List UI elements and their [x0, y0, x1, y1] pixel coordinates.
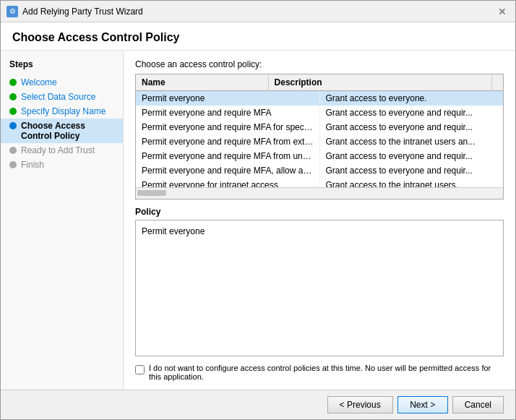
policy-name-cell: Permit everyone and require MFA for spec… — [136, 120, 319, 134]
policy-desc-cell: Grant access to everyone and requir... — [319, 120, 503, 134]
sidebar-item-label-finish: Finish — [21, 160, 44, 170]
section-label: Choose an access control policy: — [135, 59, 504, 69]
sidebar-item-specify-display-name[interactable]: Specify Display Name — [1, 104, 123, 119]
close-button[interactable]: ✕ — [495, 4, 509, 19]
sidebar-item-choose-access-control[interactable]: Choose Access Control Policy — [1, 119, 123, 143]
policy-text: Permit everyone — [142, 226, 205, 236]
sidebar-item-select-data-source[interactable]: Select Data Source — [1, 90, 123, 104]
cancel-button[interactable]: Cancel — [452, 396, 504, 413]
title-bar-title: Add Relying Party Trust Wizard — [22, 7, 143, 17]
policy-desc-cell: Grant access to the intranet users an... — [319, 134, 503, 149]
sidebar-item-label-ready-to-add-trust: Ready to Add Trust — [21, 145, 95, 155]
scrollbar-thumb — [137, 190, 166, 196]
no-policy-checkbox[interactable] — [135, 365, 145, 374]
table-row[interactable]: Permit everyone and require MFA for spec… — [136, 120, 503, 134]
policy-table-container: Name Description Permit everyoneGrant — [135, 74, 504, 200]
wizard-window: ⚙ Add Relying Party Trust Wizard ✕ Choos… — [0, 0, 516, 420]
policy-name-cell: Permit everyone and require MFA, allow a… — [136, 163, 319, 178]
policy-name-cell: Permit everyone and require MFA from una… — [136, 149, 319, 163]
table-header-row: Name Description — [136, 74, 503, 91]
policy-name-cell: Permit everyone and require MFA — [136, 106, 319, 120]
footer: < Previous Next > Cancel — [1, 390, 515, 419]
step-indicator-select-data-source — [9, 93, 17, 100]
no-policy-label: I do not want to configure access contro… — [149, 364, 504, 381]
page-header: Choose Access Control Policy — [1, 22, 515, 51]
step-indicator-specify-display-name — [9, 108, 17, 115]
next-button[interactable]: Next > — [397, 396, 448, 413]
step-indicator-finish — [9, 161, 17, 168]
table-row[interactable]: Permit everyone for intranet accessGrant… — [136, 178, 503, 187]
wizard-icon: ⚙ — [7, 6, 18, 17]
title-bar-left: ⚙ Add Relying Party Trust Wizard — [7, 6, 143, 17]
col-name: Name — [136, 74, 268, 91]
previous-button[interactable]: < Previous — [327, 396, 393, 413]
policy-label: Policy — [135, 207, 504, 217]
policy-name-cell: Permit everyone for intranet access — [136, 178, 319, 187]
policy-table-body: Permit everyoneGrant access to everyone.… — [136, 91, 503, 187]
table-row[interactable]: Permit everyone and require MFA, allow a… — [136, 163, 503, 178]
policy-name-cell: Permit everyone and require MFA from ext… — [136, 134, 319, 149]
policy-desc-cell: Grant access to the intranet users. — [319, 178, 503, 187]
sidebar-item-finish: Finish — [1, 158, 123, 172]
sidebar: Steps WelcomeSelect Data SourceSpecify D… — [1, 51, 124, 390]
steps-label: Steps — [1, 59, 123, 75]
policy-name-cell: Permit everyone — [136, 91, 319, 106]
policy-desc-cell: Grant access to everyone and requir... — [319, 106, 503, 120]
content-area: Steps WelcomeSelect Data SourceSpecify D… — [1, 51, 515, 390]
sidebar-item-label-choose-access-control: Choose Access Control Policy — [21, 121, 114, 141]
sidebar-item-welcome[interactable]: Welcome — [1, 75, 123, 90]
policy-desc-cell: Grant access to everyone and requir... — [319, 163, 503, 178]
horizontal-scrollbar[interactable] — [136, 187, 503, 199]
sidebar-item-label-select-data-source: Select Data Source — [21, 92, 95, 102]
scroll-col — [491, 74, 503, 91]
sidebar-item-ready-to-add-trust: Ready to Add Trust — [1, 143, 123, 158]
title-bar: ⚙ Add Relying Party Trust Wizard ✕ — [1, 1, 515, 22]
policy-desc-cell: Grant access to everyone and requir... — [319, 149, 503, 163]
step-indicator-ready-to-add-trust — [9, 147, 17, 154]
table-row[interactable]: Permit everyone and require MFA from ext… — [136, 134, 503, 149]
col-description: Description — [268, 74, 491, 91]
no-policy-row: I do not want to configure access contro… — [135, 364, 504, 381]
page-title: Choose Access Control Policy — [12, 31, 504, 44]
table-row[interactable]: Permit everyone and require MFA from una… — [136, 149, 503, 163]
step-indicator-welcome — [9, 79, 17, 86]
step-indicator-choose-access-control — [9, 122, 17, 129]
sidebar-item-label-welcome: Welcome — [21, 77, 57, 87]
policy-box: Permit everyone — [135, 220, 504, 357]
table-scroll[interactable]: Permit everyoneGrant access to everyone.… — [136, 91, 503, 187]
table-row[interactable]: Permit everyone and require MFAGrant acc… — [136, 106, 503, 120]
main-content: Choose an access control policy: Name De… — [124, 51, 515, 390]
policy-desc-cell: Grant access to everyone. — [319, 91, 503, 106]
table-row[interactable]: Permit everyoneGrant access to everyone. — [136, 91, 503, 106]
policy-table: Name Description — [136, 74, 503, 91]
sidebar-item-label-specify-display-name: Specify Display Name — [21, 106, 106, 116]
